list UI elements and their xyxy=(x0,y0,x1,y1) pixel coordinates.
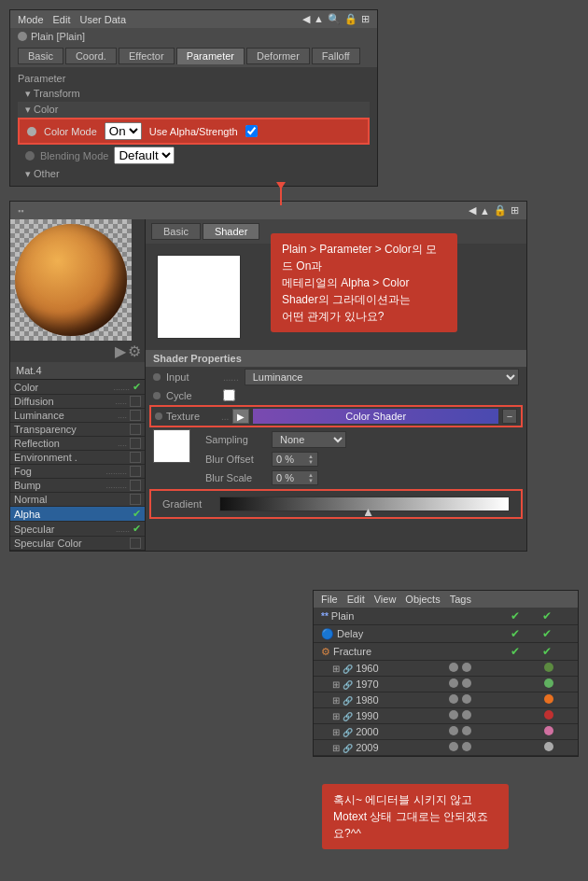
obj-1970-name: 1970 xyxy=(356,678,378,690)
blur-offset-row: Blur Offset 0 % ▲▼ xyxy=(198,450,354,468)
top-menubar: Mode Edit User Data ◀ ▲ 🔍 🔒 ⊞ xyxy=(10,10,377,28)
objects-table: ** Plain ✔ ✔ 🔵 Delay ✔ ✔ ⚙ Fract xyxy=(314,608,578,756)
gradient-row-outer: Gradient xyxy=(149,489,523,519)
obj-1960[interactable]: ⊞ 🔗 1960 xyxy=(314,661,578,677)
obj-1960-name: 1960 xyxy=(356,663,378,674)
texture-swatch-area: Sampling None Blur Offset 0 % ▲▼ Blur xyxy=(153,429,519,487)
menu-edit[interactable]: Edit xyxy=(53,14,71,25)
texture-swatch xyxy=(153,429,190,463)
cycle-label: Cycle xyxy=(166,390,217,401)
texture-name: Color Shader xyxy=(253,409,498,424)
panel-title: Plain [Plain] xyxy=(31,31,85,42)
sampling-row: Sampling None xyxy=(198,429,354,450)
tab-basic[interactable]: Basic xyxy=(18,48,63,64)
other-row: ▾ Other xyxy=(18,166,370,182)
bot-menu-file[interactable]: File xyxy=(321,594,338,605)
blending-mode-label: Blending Mode xyxy=(40,150,108,161)
callout-text-2: 혹시~ 에디터블 시키지 않고Motext 상태 그대로는 안되겠죠요?^^ xyxy=(333,793,488,840)
mat-preview-btns: ▶ ⚙ xyxy=(10,341,145,362)
bot-menubar: File Edit View Objects Tags xyxy=(314,591,578,608)
channel-alpha[interactable]: Alpha ✔ xyxy=(10,507,145,522)
channel-transparency[interactable]: Transparency xyxy=(10,423,145,437)
bot-menu-objects[interactable]: Objects xyxy=(405,594,440,605)
channel-normal[interactable]: Normal xyxy=(10,493,145,507)
input-label: Input xyxy=(166,371,217,383)
stab-basic[interactable]: Basic xyxy=(151,223,201,240)
channel-color[interactable]: Color ....... ✔ xyxy=(10,380,145,395)
gradient-bar[interactable] xyxy=(219,496,510,511)
bot-menu-tags[interactable]: Tags xyxy=(450,594,471,605)
input-select[interactable]: Luminance xyxy=(245,369,519,385)
lock-icon[interactable]: 🔒 xyxy=(344,13,357,25)
color-mode-select[interactable]: On Off xyxy=(105,122,142,140)
obj-1980[interactable]: ⊞ 🔗 1980 xyxy=(314,692,578,708)
color-mode-row: Color Mode On Off Use Alpha/Strength xyxy=(18,118,370,145)
tab-coord[interactable]: Coord. xyxy=(65,48,117,64)
mid-lock-icon[interactable]: 🔒 xyxy=(494,204,507,217)
mat-sidebar: ▶ ⚙ Mat.4 Color ....... ✔ Diffusion ....… xyxy=(10,219,146,551)
texture-arrow-btn[interactable]: ▶ xyxy=(232,409,249,424)
obj-1980-name: 1980 xyxy=(356,694,378,706)
callout-box-1: Plain > Parameter > Color의 모드 On과메테리얼의 A… xyxy=(271,233,457,332)
cycle-circle xyxy=(153,392,161,399)
channel-specular-color[interactable]: Specular Color xyxy=(10,537,145,551)
channel-environment[interactable]: Environment . xyxy=(10,451,145,465)
mid-dots: ▪▪ xyxy=(18,206,23,216)
mat-settings-btn[interactable]: ⚙ xyxy=(128,343,141,360)
blur-offset-label: Blur Offset xyxy=(205,454,266,465)
menu-mode[interactable]: Mode xyxy=(18,14,44,25)
cycle-checkbox[interactable] xyxy=(223,389,235,401)
param-section: Parameter ▾ Transform ▾ Color Color Mode… xyxy=(10,67,377,186)
tab-deformer[interactable]: Deformer xyxy=(246,48,310,64)
obj-2000-name: 2000 xyxy=(356,726,378,737)
channel-reflection[interactable]: Reflection .... xyxy=(10,437,145,451)
obj-2000[interactable]: ⊞ 🔗 2000 xyxy=(314,724,578,740)
tab-parameter[interactable]: Parameter xyxy=(176,48,245,64)
color-mode-circle xyxy=(27,127,36,136)
obj-2009[interactable]: ⊞ 🔗 2009 xyxy=(314,740,578,756)
gradient-marker[interactable] xyxy=(365,509,372,516)
channel-bump[interactable]: Bump ......... xyxy=(10,479,145,493)
bot-menu-edit[interactable]: Edit xyxy=(347,594,365,605)
blending-circle xyxy=(25,151,35,161)
mat-sphere xyxy=(15,224,127,336)
obj-fracture[interactable]: ⚙ Fracture ✔ ✔ xyxy=(314,643,578,661)
mat-name: Mat.4 xyxy=(10,362,145,380)
input-row: Input ...... Luminance xyxy=(146,367,526,387)
obj-plain[interactable]: ** Plain ✔ ✔ xyxy=(314,608,578,625)
search-icon[interactable]: 🔍 xyxy=(328,13,341,25)
tab-effector[interactable]: Effector xyxy=(119,48,175,64)
channel-fog[interactable]: Fog ......... xyxy=(10,465,145,479)
texture-circle xyxy=(155,413,162,420)
expand-icon[interactable]: ⊞ xyxy=(361,13,370,25)
mat-arrow-btn[interactable]: ▶ xyxy=(115,343,126,360)
toolbar-icons: ◀ ▲ 🔍 🔒 ⊞ xyxy=(302,13,370,25)
color-section-header: ▾ Color xyxy=(18,102,370,118)
channel-diffusion[interactable]: Diffusion ..... xyxy=(10,395,145,409)
mid-expand-icon[interactable]: ⊞ xyxy=(511,204,519,217)
texture-minus-btn[interactable]: − xyxy=(502,409,517,424)
blur-offset-value: 0 % ▲▼ xyxy=(272,452,318,467)
obj-fracture-name: Fracture xyxy=(333,646,371,657)
use-alpha-checkbox[interactable] xyxy=(245,125,258,137)
transform-row: ▾ Transform xyxy=(18,86,370,102)
obj-1990[interactable]: ⊞ 🔗 1990 xyxy=(314,708,578,724)
obj-2009-name: 2009 xyxy=(356,742,378,753)
tab-falloff[interactable]: Falloff xyxy=(312,48,360,64)
menu-userdata[interactable]: User Data xyxy=(80,14,127,25)
stab-shader[interactable]: Shader xyxy=(203,223,259,240)
mid-arrow-icon: ◀ xyxy=(469,204,476,217)
sampling-select[interactable]: None xyxy=(272,431,346,448)
texture-row: Texture ... ▶ Color Shader − xyxy=(149,405,523,427)
obj-delay[interactable]: 🔵 Delay ✔ ✔ xyxy=(314,625,578,643)
obj-plain-name: Plain xyxy=(331,610,354,622)
mid-toolbar: ◀ ▲ 🔒 ⊞ xyxy=(469,204,519,217)
blending-row: Blending Mode Default xyxy=(18,145,370,166)
mid-menubar: ▪▪ ◀ ▲ 🔒 ⊞ xyxy=(10,202,526,219)
bot-menu-view[interactable]: View xyxy=(374,594,397,605)
obj-delay-name: Delay xyxy=(337,628,363,639)
blending-mode-select[interactable]: Default xyxy=(114,147,175,164)
obj-1970[interactable]: ⊞ 🔗 1970 xyxy=(314,677,578,692)
channel-luminance[interactable]: Luminance .... xyxy=(10,409,145,423)
channel-specular[interactable]: Specular ...... ✔ xyxy=(10,522,145,537)
